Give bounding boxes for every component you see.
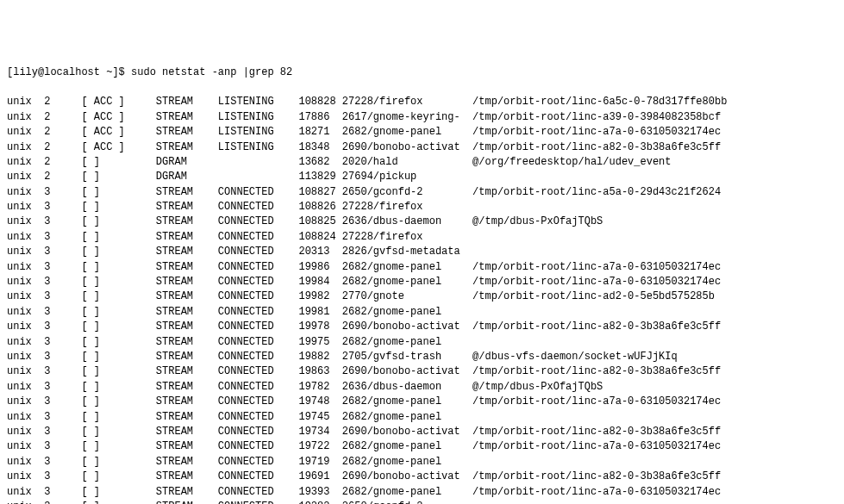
netstat-row: unix 3 [ ] STREAM CONNECTED 108827 2650/… (7, 185, 837, 200)
netstat-row: unix 3 [ ] STREAM CONNECTED 19984 2682/g… (7, 275, 837, 289)
netstat-row: unix 3 [ ] STREAM CONNECTED 19975 2682/g… (7, 335, 837, 350)
netstat-row: unix 3 [ ] STREAM CONNECTED 19691 2690/b… (7, 470, 837, 484)
netstat-row: unix 3 [ ] STREAM CONNECTED 108825 2636/… (7, 215, 837, 229)
netstat-row: unix 3 [ ] STREAM CONNECTED 19863 2690/b… (7, 364, 837, 379)
netstat-row: unix 3 [ ] STREAM CONNECTED 19393 2682/g… (7, 485, 837, 500)
netstat-row: unix 3 [ ] STREAM CONNECTED 19719 2682/g… (7, 455, 837, 470)
netstat-row: unix 3 [ ] STREAM CONNECTED 19282 2650/g… (7, 500, 837, 504)
netstat-row: unix 3 [ ] STREAM CONNECTED 19745 2682/g… (7, 410, 837, 425)
netstat-row: unix 3 [ ] STREAM CONNECTED 19722 2682/g… (7, 439, 837, 454)
netstat-row: unix 3 [ ] STREAM CONNECTED 108824 27228… (7, 230, 837, 245)
netstat-row: unix 3 [ ] STREAM CONNECTED 20313 2826/g… (7, 245, 837, 259)
netstat-row: unix 3 [ ] STREAM CONNECTED 19782 2636/d… (7, 380, 837, 395)
netstat-row: unix 3 [ ] STREAM CONNECTED 19882 2705/g… (7, 350, 837, 364)
terminal-prompt-line[interactable]: [lily@localhost ~]$ sudo netstat -anp |g… (7, 65, 837, 80)
netstat-row: unix 2 [ ] DGRAM 13682 2020/hald @/org/f… (7, 155, 837, 170)
netstat-row: unix 2 [ ] DGRAM 113829 27694/pickup (7, 170, 837, 184)
netstat-row: unix 3 [ ] STREAM CONNECTED 108826 27228… (7, 200, 837, 215)
netstat-row: unix 2 [ ACC ] STREAM LISTENING 18348 26… (7, 140, 837, 155)
netstat-row: unix 2 [ ACC ] STREAM LISTENING 108828 2… (7, 95, 837, 109)
netstat-row: unix 3 [ ] STREAM CONNECTED 19748 2682/g… (7, 395, 837, 409)
netstat-row: unix 3 [ ] STREAM CONNECTED 19981 2682/g… (7, 305, 837, 320)
netstat-output: unix 2 [ ACC ] STREAM LISTENING 108828 2… (7, 95, 837, 504)
netstat-row: unix 2 [ ACC ] STREAM LISTENING 18271 26… (7, 125, 837, 140)
netstat-row: unix 3 [ ] STREAM CONNECTED 19978 2690/b… (7, 320, 837, 334)
shell-command: sudo netstat -anp |grep 82 (131, 66, 292, 78)
netstat-row: unix 3 [ ] STREAM CONNECTED 19982 2770/g… (7, 289, 837, 304)
shell-prompt: [lily@localhost ~]$ (7, 66, 131, 78)
netstat-row: unix 3 [ ] STREAM CONNECTED 19734 2690/b… (7, 425, 837, 439)
netstat-row: unix 3 [ ] STREAM CONNECTED 19986 2682/g… (7, 260, 837, 275)
netstat-row: unix 2 [ ACC ] STREAM LISTENING 17886 26… (7, 110, 837, 125)
